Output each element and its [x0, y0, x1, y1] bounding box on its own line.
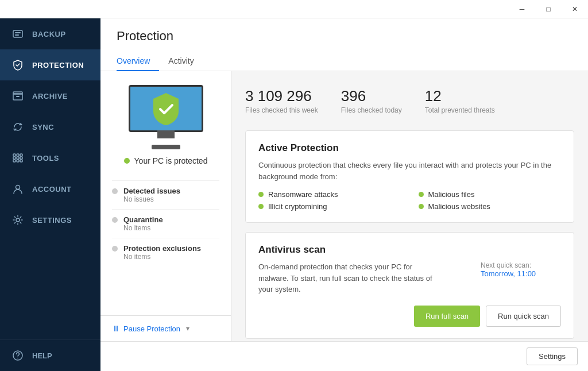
item-dot-exclusions — [112, 246, 118, 252]
svg-rect-12 — [13, 160, 16, 162]
tabs-bar: Overview Activity — [117, 52, 572, 71]
sidebar-item-account-label: ACCOUNT — [32, 185, 72, 194]
left-items-list: Detected issues No issues Quarantine No … — [100, 175, 231, 315]
stat-files-today-label: Files checked today — [341, 106, 402, 114]
antivirus-body: On-demand protection that checks your PC… — [258, 261, 561, 295]
backup-icon — [11, 28, 24, 40]
protected-status-text: Your PC is protected — [134, 156, 208, 165]
sidebar-item-sync-label: SYNC — [32, 123, 54, 132]
monitor-base — [152, 145, 180, 149]
item-text-quarantine: Quarantine No items — [123, 215, 163, 232]
svg-rect-8 — [20, 157, 22, 159]
tab-overview[interactable]: Overview — [117, 52, 159, 71]
item-dot-detected — [112, 188, 118, 194]
sidebar-item-sync[interactable]: SYNC — [0, 111, 100, 142]
antivirus-scan-title: Antivirus scan — [258, 244, 561, 256]
item-sub-detected: No issues — [123, 195, 180, 203]
help-icon — [11, 349, 24, 362]
item-title-exclusions: Protection exclusions — [123, 244, 201, 253]
svg-rect-0 — [13, 30, 22, 37]
sidebar-item-help[interactable]: HELP — [0, 339, 100, 371]
stat-files-week-label: Files checked this week — [245, 106, 318, 114]
list-item-detected[interactable]: Detected issues No issues — [112, 180, 219, 209]
sidebar-item-tools[interactable]: TOOLS — [0, 142, 100, 173]
left-panel: Your PC is protected Detected issues No … — [100, 71, 231, 341]
run-quick-scan-button[interactable]: Run quick scan — [486, 306, 561, 327]
scan-buttons: Run full scan Run quick scan — [258, 306, 561, 327]
stat-threats-number: 12 — [425, 87, 495, 105]
sidebar-item-archive[interactable]: ARCHIVE — [0, 80, 100, 111]
monitor-area: Your PC is protected — [100, 71, 231, 175]
close-button[interactable]: ✕ — [562, 0, 588, 18]
maximize-button[interactable]: □ — [535, 0, 562, 18]
feature-malicious-websites: Malicious websites — [419, 202, 562, 211]
svg-rect-5 — [16, 96, 20, 97]
content-header: Protection Overview Activity — [100, 18, 588, 71]
item-dot-quarantine — [112, 217, 118, 223]
shield-icon — [11, 59, 24, 71]
app-body: BACKUP PROTECTION ARCHIVE — [0, 18, 588, 371]
chevron-down-icon: ▾ — [186, 324, 189, 333]
svg-rect-7 — [17, 157, 19, 159]
feature-label-malicious-websites: Malicious websites — [428, 202, 490, 211]
next-scan-label: Next quick scan: — [481, 261, 531, 269]
svg-rect-4 — [13, 92, 22, 94]
pause-btn-label: Pause Protection — [123, 324, 180, 333]
sidebar-item-settings-label: SETTINGS — [32, 216, 72, 225]
svg-rect-9 — [13, 154, 16, 156]
feature-dot-ransomware — [258, 192, 264, 197]
feature-label-ransomware: Ransomware attacks — [268, 190, 338, 199]
active-protection-desc: Continuous protection that checks every … — [258, 160, 561, 182]
feature-dot-malicious-websites — [419, 204, 424, 209]
stat-files-today: 396 Files checked today — [341, 87, 402, 114]
item-title-quarantine: Quarantine — [123, 215, 163, 224]
sidebar-item-protection[interactable]: PROTECTION — [0, 49, 100, 80]
pause-protection-button[interactable]: ⏸ Pause Protection ▾ — [112, 324, 189, 333]
feature-dot-malicious-files — [419, 192, 424, 197]
content-area: Protection Overview Activity — [100, 18, 588, 371]
stat-threats: 12 Total prevented threats — [425, 87, 495, 114]
run-full-scan-button[interactable]: Run full scan — [414, 306, 480, 327]
account-icon — [11, 183, 24, 195]
sidebar-item-archive-label: ARCHIVE — [32, 92, 68, 101]
settings-button[interactable]: Settings — [527, 347, 578, 365]
sidebar-item-settings[interactable]: SETTINGS — [0, 204, 100, 235]
item-text-exclusions: Protection exclusions No items — [123, 244, 201, 261]
gear-icon — [11, 214, 24, 226]
antivirus-scan-desc: On-demand protection that checks your PC… — [258, 261, 442, 295]
monitor-illustration — [126, 85, 206, 148]
list-item-quarantine[interactable]: Quarantine No items — [112, 209, 219, 238]
item-text-detected: Detected issues No issues — [123, 187, 180, 203]
content-footer: Settings — [100, 341, 588, 371]
shield-svg — [151, 92, 181, 125]
active-protection-title: Active Protection — [258, 142, 561, 154]
item-sub-quarantine: No items — [123, 224, 163, 232]
svg-rect-11 — [20, 154, 22, 156]
item-title-detected: Detected issues — [123, 187, 180, 195]
stat-files-today-number: 396 — [341, 87, 402, 105]
list-item-exclusions[interactable]: Protection exclusions No items — [112, 238, 219, 266]
stats-row: 3 109 296 Files checked this week 396 Fi… — [245, 83, 574, 121]
pause-icon: ⏸ — [112, 324, 120, 333]
archive-icon — [11, 90, 24, 102]
status-dot-green — [124, 158, 130, 164]
sidebar: BACKUP PROTECTION ARCHIVE — [0, 18, 100, 371]
feature-label-malicious-files: Malicious files — [428, 190, 475, 199]
antivirus-scan-info: Next quick scan: Tomorrow, 11:00 — [481, 261, 561, 278]
sidebar-item-backup[interactable]: BACKUP — [0, 18, 100, 49]
minimize-button[interactable]: ─ — [509, 0, 535, 18]
features-grid: Ransomware attacks Malicious files Illic… — [258, 190, 561, 211]
stat-threats-label: Total prevented threats — [425, 106, 495, 114]
right-panel: 3 109 296 Files checked this week 396 Fi… — [231, 71, 588, 341]
shield-container — [151, 92, 181, 125]
svg-point-18 — [17, 358, 18, 359]
feature-cryptomining: Illicit cryptomining — [258, 202, 401, 211]
feature-label-cryptomining: Illicit cryptomining — [268, 202, 327, 211]
svg-rect-1 — [15, 32, 21, 33]
left-panel-footer: ⏸ Pause Protection ▾ — [100, 315, 231, 341]
next-scan-value: Tomorrow, 11:00 — [481, 269, 536, 278]
tab-activity[interactable]: Activity — [159, 52, 203, 71]
sidebar-item-tools-label: TOOLS — [32, 154, 59, 163]
svg-point-16 — [16, 218, 20, 222]
sidebar-item-account[interactable]: ACCOUNT — [0, 173, 100, 204]
